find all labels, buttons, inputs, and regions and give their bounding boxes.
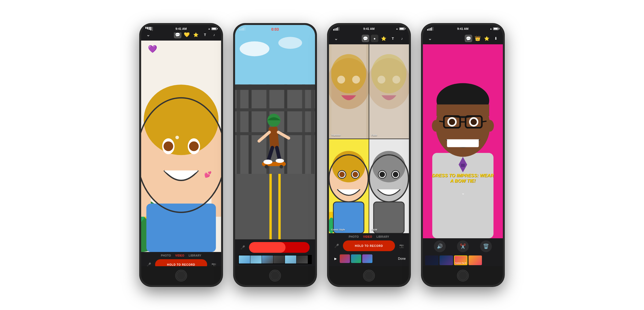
delete-btn-4[interactable]: 🗑️	[480, 240, 492, 252]
timeline-3: ▶ Done	[332, 253, 406, 264]
filter-cell-transfer[interactable]: Transfer	[329, 44, 369, 139]
signal-1	[145, 27, 153, 31]
mic-btn-3[interactable]	[332, 241, 341, 250]
phone-2-shell: 0:03	[233, 23, 317, 287]
svg-rect-35	[268, 127, 279, 148]
clip-3-a[interactable]	[340, 254, 350, 263]
svg-point-96	[486, 120, 494, 132]
music-icon-3[interactable]: ♪	[398, 35, 406, 42]
home-button-1[interactable]	[175, 270, 187, 282]
svg-point-93	[471, 119, 477, 125]
fashion-tip-label: Fashion Tip #2	[455, 262, 466, 264]
timeline-clip-fashion[interactable]: Fashion Tip #2	[454, 255, 467, 265]
screen-4: 9:41 AM ▲ ⌄ 💬 👑 ⭐ ⬇	[423, 25, 503, 266]
cam-btn-3[interactable]	[397, 241, 406, 250]
wifi-icon-3: ▲	[396, 27, 398, 30]
chat-icon-4[interactable]: 💬	[465, 35, 472, 42]
home-inner-3	[364, 271, 374, 280]
mic-btn-2[interactable]	[238, 243, 247, 252]
svg-point-66	[339, 172, 345, 177]
record-btn-3[interactable]: HOLD TO RECORD	[343, 240, 395, 251]
tab-video-1[interactable]: VIDEO	[175, 254, 184, 257]
record-row-2	[238, 242, 312, 253]
svg-point-41	[265, 165, 268, 168]
heart-sticker-purple: 💜	[148, 45, 157, 53]
film-frame-6	[297, 255, 308, 264]
filter-img-bw	[369, 139, 409, 233]
signal-bar	[147, 27, 148, 29]
download-icon-4[interactable]: ⬇	[492, 35, 500, 42]
chevron-icon-3[interactable]: ⌄	[332, 35, 340, 42]
progress-bar-2	[249, 242, 286, 253]
signal-bar	[149, 27, 150, 30]
tab-library-1[interactable]: LIBRARY	[189, 254, 202, 257]
home-button-2[interactable]	[269, 270, 281, 282]
clip-3-b[interactable]	[351, 254, 361, 263]
svg-point-44	[276, 159, 284, 163]
face-icon-3[interactable]: ●	[371, 35, 378, 42]
status-bar-3: 9:41 AM ▲	[329, 25, 409, 33]
home-button-3[interactable]	[363, 270, 375, 282]
svg-rect-84	[437, 104, 489, 116]
recording-progress-2	[249, 242, 310, 253]
wifi-icon-4: ▲	[490, 27, 492, 30]
signal-4	[427, 27, 433, 31]
star-icon-3[interactable]: ⭐	[380, 35, 387, 42]
star-icon-4[interactable]: ⭐	[483, 35, 491, 42]
toolbar-icons-3: 💬 ● ⭐ T ♪	[362, 35, 406, 42]
svg-point-71	[372, 151, 405, 182]
svg-point-9	[163, 141, 173, 151]
svg-point-67	[353, 172, 358, 177]
battery-1	[211, 27, 217, 30]
signal-3	[333, 27, 339, 31]
svg-point-49	[352, 76, 360, 84]
timeline-clip-4-d[interactable]	[469, 255, 482, 265]
film-frame-2	[250, 255, 262, 264]
tab-photo-3[interactable]: PHOTO	[349, 235, 359, 238]
tab-photo-1[interactable]: PHOTO	[161, 254, 171, 257]
tab-video-3[interactable]: VIDEO	[363, 235, 372, 238]
phone-bottom-1	[141, 266, 221, 285]
svg-rect-29	[235, 108, 315, 111]
svg-point-20	[278, 37, 302, 49]
play-btn-3[interactable]: ▶	[332, 255, 339, 262]
chevron-down-4[interactable]: ⌄	[461, 190, 465, 196]
filter-cell-fade[interactable]: Fade	[369, 44, 409, 139]
home-inner-2	[270, 271, 280, 280]
filter-grid-3: Transfer Fade	[329, 44, 409, 233]
done-btn-3[interactable]: Done	[398, 257, 406, 261]
signal-bar	[152, 27, 153, 31]
filter-label-comic: Comic Style	[331, 228, 345, 231]
svg-point-95	[432, 120, 440, 132]
svg-point-62	[332, 151, 365, 182]
cut-btn-4[interactable]: ✂️	[457, 240, 469, 252]
camera-view-1: 💜 💕	[141, 41, 221, 252]
record-row-3: HOLD TO RECORD	[332, 240, 406, 251]
tab-library-3[interactable]: LIBRARY	[376, 235, 389, 238]
svg-rect-50	[329, 44, 331, 139]
home-button-4[interactable]	[457, 270, 469, 282]
phone-bottom-4	[423, 266, 503, 285]
timeline-clip-4-a[interactable]	[425, 255, 438, 265]
status-right-1: ▲	[208, 27, 217, 30]
status-bar-1: 9:41 AM ▲	[141, 25, 221, 33]
clip-3-c[interactable]	[362, 254, 372, 263]
filter-cell-bw[interactable]: B&W	[369, 139, 409, 233]
screen-2: 0:03	[235, 25, 315, 266]
svg-point-92	[449, 119, 455, 125]
filter-cell-comic[interactable]: Comic Style	[329, 139, 369, 233]
phone-bottom-2	[235, 266, 315, 285]
crown-icon-4[interactable]: 👑	[474, 35, 481, 42]
svg-point-16	[175, 136, 179, 139]
chat-icon-3[interactable]: 💬	[362, 35, 369, 42]
skate-svg	[235, 25, 315, 239]
status-bar-4: 9:41 AM ▲	[423, 25, 503, 33]
signal-bar	[145, 27, 147, 29]
chevron-icon-4[interactable]: ⌄	[426, 35, 434, 42]
text-icon-3[interactable]: T	[389, 35, 397, 42]
timeline-clip-4-b[interactable]	[440, 255, 453, 265]
skate-scene-2	[235, 25, 315, 239]
svg-rect-33	[278, 174, 281, 239]
volume-btn-4[interactable]: 🔊	[434, 240, 446, 252]
phone-bottom-3	[329, 266, 409, 285]
